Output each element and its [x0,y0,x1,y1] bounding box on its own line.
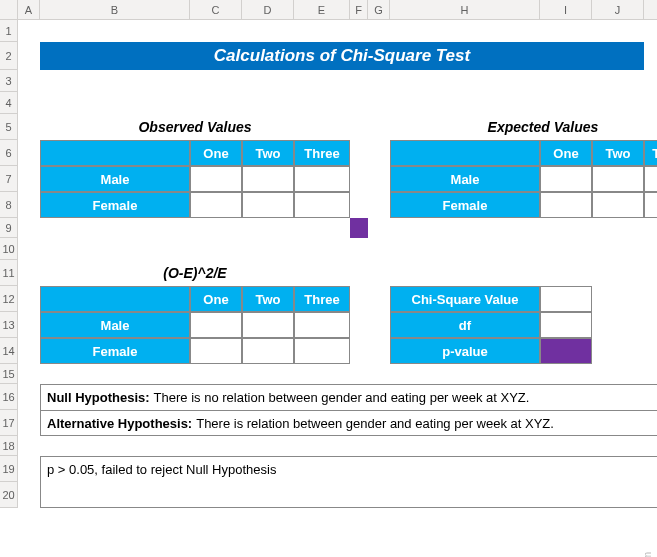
pvalue-label[interactable]: p-value [390,338,540,364]
pvalue-value[interactable] [540,338,592,364]
row-15[interactable]: 15 [0,364,18,384]
cell[interactable] [18,482,40,508]
row-16[interactable]: 16 [0,384,18,410]
cell[interactable] [644,312,657,338]
cell[interactable] [644,338,657,364]
chi-square-value[interactable] [540,286,592,312]
oe-male-three[interactable] [294,312,350,338]
expected-female-one[interactable] [540,192,592,218]
cell[interactable] [18,286,40,312]
cell[interactable] [242,20,294,42]
alt-hypothesis-row[interactable]: Alternative Hypothesis: There is relatio… [40,410,657,436]
oe-male-two[interactable] [242,312,294,338]
cell[interactable] [18,260,40,286]
cell[interactable] [368,286,390,312]
cell[interactable] [350,286,368,312]
cell[interactable] [18,410,40,436]
row-7[interactable]: 7 [0,166,18,192]
observed-col-three[interactable]: Three [294,140,350,166]
cell[interactable] [40,20,190,42]
cell[interactable] [18,42,40,70]
cell[interactable] [294,218,350,238]
cell[interactable] [368,140,390,166]
expected-col-three[interactable]: Three [644,140,657,166]
row-14[interactable]: 14 [0,338,18,364]
cell[interactable] [644,42,657,70]
oe-col-three[interactable]: Three [294,286,350,312]
cell[interactable] [350,20,368,42]
cell[interactable] [644,286,657,312]
null-hypothesis-row[interactable]: Null Hypothesis: There is no relation be… [40,384,657,410]
col-A[interactable]: A [18,0,40,20]
cell[interactable] [350,140,368,166]
cell[interactable] [18,384,40,410]
row-5[interactable]: 5 [0,114,18,140]
row-18[interactable]: 18 [0,436,18,456]
select-all-corner[interactable] [0,0,18,20]
cell[interactable] [18,436,657,456]
cell[interactable] [18,364,657,384]
expected-corner[interactable] [390,140,540,166]
col-I[interactable]: I [540,0,592,20]
cell[interactable] [294,20,350,42]
col-K[interactable]: K [644,0,657,20]
chi-square-label[interactable]: Chi-Square Value [390,286,540,312]
expected-male-three[interactable] [644,166,657,192]
cell[interactable] [540,218,592,238]
cell[interactable] [592,338,644,364]
expected-col-one[interactable]: One [540,140,592,166]
cell[interactable] [190,218,242,238]
cell[interactable] [18,166,40,192]
row-13[interactable]: 13 [0,312,18,338]
oe-col-one[interactable]: One [190,286,242,312]
cell[interactable] [18,192,40,218]
cell[interactable] [592,286,644,312]
cell[interactable] [350,260,657,286]
df-value[interactable] [540,312,592,338]
oe-corner[interactable] [40,286,190,312]
observed-male-three[interactable] [294,166,350,192]
cell[interactable] [592,218,644,238]
observed-female-three[interactable] [294,192,350,218]
cell[interactable] [390,218,540,238]
cell[interactable] [350,192,368,218]
oe-col-two[interactable]: Two [242,286,294,312]
cell[interactable] [592,20,644,42]
cell[interactable] [242,218,294,238]
page-title[interactable]: Calculations of Chi-Square Test [40,42,644,70]
observed-col-one[interactable]: One [190,140,242,166]
cell[interactable] [644,20,657,42]
col-H[interactable]: H [390,0,540,20]
row-9[interactable]: 9 [0,218,18,238]
cell[interactable] [18,20,40,42]
row-11[interactable]: 11 [0,260,18,286]
oe-male-one[interactable] [190,312,242,338]
oe-female-one[interactable] [190,338,242,364]
row-2[interactable]: 2 [0,42,18,70]
cell[interactable] [18,312,40,338]
observed-col-two[interactable]: Two [242,140,294,166]
col-D[interactable]: D [242,0,294,20]
observed-female-one[interactable] [190,192,242,218]
row-3[interactable]: 3 [0,70,18,92]
col-G[interactable]: G [368,0,390,20]
cell[interactable] [350,338,368,364]
cell[interactable] [40,218,190,238]
cell[interactable] [368,20,390,42]
cell[interactable] [540,20,592,42]
expected-female-three[interactable] [644,192,657,218]
result-row[interactable]: p > 0.05, failed to reject Null Hypothes… [40,456,657,482]
col-C[interactable]: C [190,0,242,20]
cell[interactable] [368,218,390,238]
oe-row-female[interactable]: Female [40,338,190,364]
row-19[interactable]: 19 [0,456,18,482]
cell[interactable] [350,114,368,140]
observed-female-two[interactable] [242,192,294,218]
row-12[interactable]: 12 [0,286,18,312]
expected-male-one[interactable] [540,166,592,192]
observed-male-two[interactable] [242,166,294,192]
cell[interactable] [350,312,368,338]
cell[interactable] [18,238,657,260]
row-10[interactable]: 10 [0,238,18,260]
expected-row-male[interactable]: Male [390,166,540,192]
